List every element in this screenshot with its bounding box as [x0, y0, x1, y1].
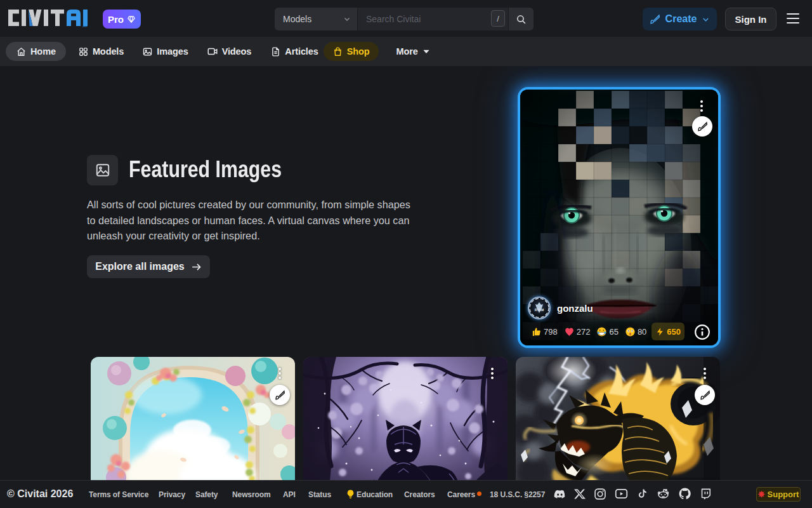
svg-text:RYXM: RYXM — [535, 308, 544, 312]
